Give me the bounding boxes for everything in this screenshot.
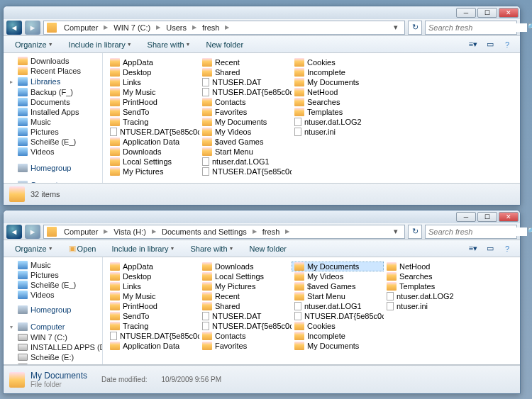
titlebar[interactable]: ─ ☐ ✕ <box>4 6 520 19</box>
file-item[interactable]: ntuser.dat.LOG2 <box>384 291 476 301</box>
chevron-right-icon[interactable]: ▶ <box>102 24 109 30</box>
nav-item[interactable]: Scheiße (E:) <box>4 352 102 362</box>
search-input[interactable] <box>428 227 527 236</box>
search-box[interactable]: 🔍 <box>425 21 517 35</box>
include-library-button[interactable]: Include in library▼ <box>63 39 138 50</box>
breadcrumb[interactable]: fresh <box>260 227 282 236</box>
help-button[interactable]: ? <box>500 242 514 255</box>
folder-item[interactable]: SendTo <box>107 311 199 321</box>
folder-item[interactable]: Downloads <box>107 147 199 157</box>
nav-item[interactable]: Installed Apps <box>4 107 102 117</box>
folder-item[interactable]: Application Data <box>107 137 199 147</box>
folder-item[interactable]: Contacts <box>199 331 292 341</box>
folder-item[interactable]: Start Menu <box>199 147 292 157</box>
chevron-right-icon[interactable]: ▶ <box>155 24 162 30</box>
nav-recent-places[interactable]: Recent Places <box>4 66 102 76</box>
folder-item[interactable]: Tracing <box>107 321 199 331</box>
folder-item[interactable]: Contacts <box>199 97 292 107</box>
chevron-right-icon[interactable]: ▶ <box>223 24 231 30</box>
address-bar[interactable]: Computer▶ WIN 7 (C:)▶ Users▶ fresh▶ ▾ <box>43 21 405 35</box>
folder-item[interactable]: Incomplete <box>292 331 384 341</box>
folder-item[interactable]: SendTo <box>107 107 199 117</box>
folder-item[interactable]: Cookies <box>292 321 384 331</box>
folder-item[interactable]: Templates <box>384 281 476 291</box>
view-options-button[interactable]: ≡▾ <box>466 242 480 255</box>
organize-button[interactable]: Organize▼ <box>9 39 59 50</box>
folder-item[interactable]: My Pictures <box>199 281 292 291</box>
folder-item[interactable]: My Videos <box>199 127 292 137</box>
forward-button[interactable]: ► <box>25 225 40 239</box>
folder-item[interactable]: My Documents <box>199 117 292 127</box>
refresh-button[interactable]: ↻ <box>408 225 422 239</box>
nav-item[interactable]: INSTALLED APPS (D:) <box>4 342 102 352</box>
nav-item[interactable]: WIN 7 (C:) <box>4 332 102 342</box>
help-button[interactable]: ? <box>500 38 514 51</box>
search-input[interactable] <box>428 23 527 32</box>
folder-item[interactable]: PrintHood <box>107 97 199 107</box>
nav-item[interactable]: Scheiße (E_) <box>4 280 102 290</box>
nav-item[interactable]: Documents <box>4 97 102 107</box>
file-item[interactable]: NTUSER.DAT{5e85c0c8-2e15-11de-b... <box>199 167 292 176</box>
folder-item[interactable]: Links <box>107 77 199 87</box>
folder-item[interactable]: Searches <box>384 271 476 281</box>
file-item[interactable]: ntuser.dat.LOG1 <box>292 301 384 311</box>
folder-item[interactable]: AppData <box>107 262 199 271</box>
file-item[interactable]: ntuser.ini <box>292 127 384 137</box>
titlebar[interactable]: ─ ☐ ✕ <box>4 210 520 223</box>
chevron-right-icon[interactable]: ▶ <box>191 24 198 30</box>
breadcrumb[interactable]: Computer <box>61 23 101 32</box>
folder-item[interactable]: Searches <box>292 97 384 107</box>
nav-homegroup[interactable]: Homegroup <box>4 162 102 174</box>
preview-pane-button[interactable]: ▭ <box>483 242 497 255</box>
search-box[interactable]: 🔍 <box>425 225 517 239</box>
file-item[interactable]: NTUSER.DAT{5e85c0c8-2e15-11de-b... <box>199 87 292 97</box>
file-item[interactable]: NTUSER.DAT{5e85c0c8-2e15-11de-b... <box>199 321 292 331</box>
breadcrumb[interactable]: Vista (H:) <box>111 227 149 236</box>
close-button[interactable]: ✕ <box>499 8 519 18</box>
breadcrumb[interactable]: WIN 7 (C:) <box>111 23 153 32</box>
navigation-pane[interactable]: Downloads Recent Places ▸Libraries Backu… <box>4 53 103 183</box>
back-button[interactable]: ◄ <box>6 21 22 35</box>
share-with-button[interactable]: Share with▼ <box>185 243 240 254</box>
folder-item[interactable]: Downloads <box>199 262 292 271</box>
folder-item[interactable]: Favorites <box>199 107 292 117</box>
folder-item[interactable]: AppData <box>107 57 199 67</box>
organize-button[interactable]: Organize▼ <box>9 243 59 254</box>
nav-item[interactable]: Pictures <box>4 270 102 280</box>
file-item[interactable]: NTUSER.DAT{5e85c0c8-2e15-11de-b... <box>292 311 384 321</box>
folder-item[interactable]: Local Settings <box>107 157 199 167</box>
folder-item[interactable]: My Documents <box>292 262 384 271</box>
file-item[interactable]: ntuser.dat.LOG2 <box>292 117 384 127</box>
minimize-button[interactable]: ─ <box>456 212 476 222</box>
nav-item[interactable]: Backup (F:) <box>4 362 102 364</box>
folder-item[interactable]: Cookies <box>292 57 384 67</box>
maximize-button[interactable]: ☐ <box>477 8 497 18</box>
folder-item[interactable]: Favorites <box>199 341 292 351</box>
preview-pane-button[interactable]: ▭ <box>483 38 497 51</box>
breadcrumb[interactable]: Computer <box>61 227 101 236</box>
folder-item[interactable]: Incomplete <box>292 67 384 77</box>
minimize-button[interactable]: ─ <box>456 8 476 18</box>
folder-item[interactable]: Desktop <box>107 67 199 77</box>
nav-downloads[interactable]: Downloads <box>4 56 102 66</box>
nav-computer[interactable]: ▾Computer <box>4 179 102 183</box>
expand-icon[interactable]: ▸ <box>8 79 15 85</box>
open-button[interactable]: ▣Open <box>63 242 102 254</box>
refresh-button[interactable]: ↻ <box>408 21 422 35</box>
file-item[interactable]: ntuser.dat.LOG1 <box>199 157 292 167</box>
folder-item[interactable]: Recent <box>199 291 292 301</box>
folder-item[interactable]: PrintHood <box>107 301 199 311</box>
file-item[interactable]: NTUSER.DAT{5e85c0c8-2e15-11de-b... <box>107 127 199 137</box>
forward-button[interactable]: ► <box>25 21 40 35</box>
chevron-right-icon[interactable]: ▶ <box>284 228 291 235</box>
nav-computer[interactable]: ▾Computer <box>4 321 102 332</box>
folder-item[interactable]: Tracing <box>107 117 199 127</box>
folder-item[interactable]: NetHood <box>292 87 384 97</box>
new-folder-button[interactable]: New folder <box>243 243 292 254</box>
folder-item[interactable]: Local Settings <box>199 271 292 281</box>
file-list[interactable]: AppDataDesktopLinksMy MusicPrintHoodSend… <box>103 53 520 183</box>
nav-item[interactable]: Scheiße (E_) <box>4 137 102 147</box>
nav-item[interactable]: Videos <box>4 290 102 300</box>
expand-icon[interactable]: ▾ <box>8 182 15 184</box>
folder-item[interactable]: My Videos <box>292 271 384 281</box>
